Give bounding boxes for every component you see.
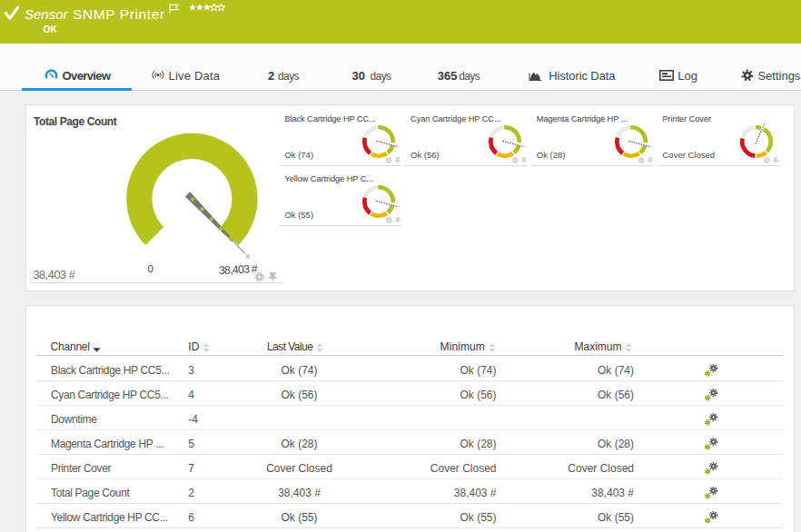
- svg-text:x: x: [245, 251, 250, 261]
